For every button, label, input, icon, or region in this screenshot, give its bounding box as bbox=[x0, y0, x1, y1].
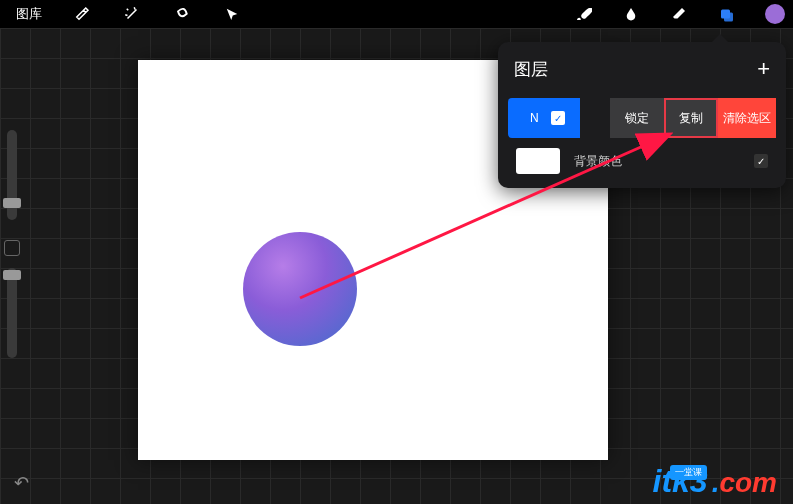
watermark-tld: com bbox=[719, 467, 777, 498]
panel-title: 图层 bbox=[514, 58, 548, 81]
layers-icon[interactable] bbox=[717, 4, 737, 24]
drawn-circle bbox=[243, 232, 357, 346]
slider-thumb[interactable] bbox=[3, 270, 21, 280]
watermark: 一堂课 itk3 .com bbox=[653, 463, 778, 500]
svg-rect-1 bbox=[724, 13, 733, 22]
brush-icon[interactable] bbox=[573, 4, 593, 24]
layer-row[interactable]: N ✓ 锁定 复制 清除选区 bbox=[508, 98, 580, 138]
left-sidebar bbox=[0, 130, 24, 358]
background-visibility-checkbox[interactable]: ✓ bbox=[754, 154, 768, 168]
toolbar-right-group bbox=[573, 4, 785, 24]
color-picker-dot[interactable] bbox=[765, 4, 785, 24]
eraser-icon[interactable] bbox=[669, 4, 689, 24]
panel-header: 图层 + bbox=[508, 56, 776, 82]
visibility-checkbox[interactable]: ✓ bbox=[551, 111, 565, 125]
background-thumbnail bbox=[516, 148, 560, 174]
modifier-button[interactable] bbox=[4, 240, 20, 256]
layers-panel: 图层 + N ✓ 锁定 复制 清除选区 背景颜色 ✓ bbox=[498, 42, 786, 188]
top-toolbar: 图库 bbox=[0, 0, 793, 28]
blend-mode-label[interactable]: N bbox=[530, 111, 539, 125]
watermark-tagline: 一堂课 bbox=[670, 465, 707, 480]
arrow-icon[interactable] bbox=[222, 4, 242, 24]
gallery-button[interactable]: 图库 bbox=[16, 5, 42, 23]
opacity-slider[interactable] bbox=[7, 268, 17, 358]
lock-button[interactable]: 锁定 bbox=[610, 98, 664, 138]
slider-thumb[interactable] bbox=[3, 198, 21, 208]
wand-icon[interactable] bbox=[122, 4, 142, 24]
background-layer-row[interactable]: 背景颜色 ✓ bbox=[508, 144, 776, 178]
brush-size-slider[interactable] bbox=[7, 130, 17, 220]
toolbar-left-group: 图库 bbox=[16, 4, 242, 24]
wrench-icon[interactable] bbox=[72, 4, 92, 24]
undo-icon[interactable]: ↶ bbox=[14, 472, 29, 494]
copy-button[interactable]: 复制 bbox=[664, 98, 718, 138]
layer-actions: 锁定 复制 清除选区 bbox=[610, 98, 776, 138]
background-label: 背景颜色 bbox=[574, 153, 622, 170]
clear-selection-button[interactable]: 清除选区 bbox=[718, 98, 776, 138]
selection-icon[interactable] bbox=[172, 4, 192, 24]
add-layer-button[interactable]: + bbox=[757, 56, 770, 82]
smudge-icon[interactable] bbox=[621, 4, 641, 24]
